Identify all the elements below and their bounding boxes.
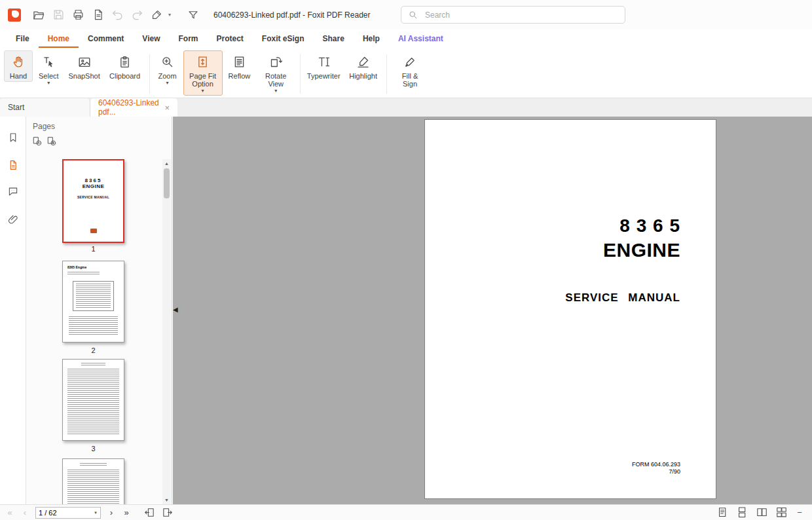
facing-view-icon[interactable] — [756, 507, 767, 519]
thumbnail-zoom-out-icon[interactable] — [31, 136, 43, 147]
thumbnail-zoom-in-icon[interactable] — [46, 136, 58, 147]
menu-share[interactable]: Share — [314, 29, 354, 48]
menu-bar: File Home Comment View Form Protect Foxi… — [0, 29, 812, 48]
pages-panel-title: Pages — [33, 122, 55, 131]
view-mode-group — [716, 507, 807, 519]
tool-fill-and-sign[interactable]: Fill & Sign — [390, 50, 430, 90]
filter-icon[interactable] — [185, 7, 202, 24]
tool-label: Page Fit Option — [188, 72, 218, 88]
chevron-down-icon — [202, 88, 204, 94]
menu-protect[interactable]: Protect — [208, 29, 253, 48]
bookmarks-panel-icon[interactable] — [5, 130, 21, 145]
previous-page-icon[interactable] — [20, 508, 29, 518]
document-icon[interactable] — [89, 7, 106, 24]
undo-icon[interactable] — [109, 7, 126, 24]
next-page-icon[interactable] — [107, 508, 116, 518]
facing-continuous-view-icon[interactable] — [775, 507, 787, 519]
next-view-icon[interactable] — [161, 507, 173, 519]
thumbnail-text-lines — [69, 316, 117, 336]
menu-view[interactable]: View — [133, 29, 169, 48]
redo-icon[interactable] — [128, 7, 145, 24]
tool-rotate-view[interactable]: Rotate View — [256, 50, 295, 96]
tool-typewriter[interactable]: Typewriter — [304, 50, 343, 82]
first-page-icon[interactable] — [5, 508, 14, 518]
zoom-out-icon[interactable] — [795, 508, 804, 517]
page-number-input[interactable] — [36, 509, 91, 517]
search-input[interactable] — [424, 10, 618, 20]
tab-document[interactable]: 60406293-Linked pdf... × — [90, 98, 177, 117]
menu-help[interactable]: Help — [354, 29, 389, 48]
page-thumbnail-4[interactable] — [62, 458, 124, 504]
single-page-view-icon[interactable] — [716, 507, 728, 519]
form-date: 7/90 — [632, 468, 680, 475]
page-thumbnail-2[interactable]: 8365 Engine — [62, 261, 124, 343]
chevron-down-icon[interactable] — [166, 12, 173, 18]
ribbon-separator — [386, 54, 387, 94]
tab-start-label: Start — [8, 103, 24, 112]
tool-snapshot[interactable]: SnapShot — [65, 50, 104, 82]
tool-page-fit-option[interactable]: Page Fit Option — [183, 50, 223, 96]
pages-panel-icon[interactable] — [5, 157, 21, 173]
tool-zoom[interactable]: Zoom — [153, 50, 182, 88]
clipboard-icon — [118, 54, 132, 70]
snapshot-icon — [77, 54, 92, 70]
tool-label: Fill & Sign — [395, 72, 425, 88]
ribbon-toolbar: Hand Select SnapShot Clipboard Z — [0, 48, 812, 98]
menu-home[interactable]: Home — [39, 29, 79, 48]
tool-label: Select — [39, 72, 59, 80]
tab-close-icon[interactable]: × — [164, 103, 170, 112]
attachments-panel-icon[interactable] — [5, 212, 21, 228]
thumbnail-page-number: 3 — [62, 445, 124, 453]
tab-document-label: 60406293-Linked pdf... — [98, 98, 164, 117]
page-thumbnail-1[interactable]: 8365 ENGINE SERVICE MANUAL — [62, 159, 124, 243]
open-file-icon[interactable] — [30, 7, 47, 24]
print-icon[interactable] — [69, 7, 86, 24]
tool-clipboard[interactable]: Clipboard — [105, 50, 145, 82]
form-number-block: FORM 604.06.293 7/90 — [632, 461, 680, 475]
document-tab-bar: Start 60406293-Linked pdf... × — [0, 98, 812, 117]
pdf-page: 8 3 6 5 ENGINE SERVICE MANUAL FORM 604.0… — [424, 119, 716, 499]
page-fit-icon — [196, 54, 210, 70]
collapse-panel-icon[interactable] — [173, 302, 181, 316]
chevron-down-icon — [274, 88, 277, 94]
tool-hand[interactable]: Hand — [4, 50, 33, 82]
thumbnails-scrollbar[interactable] — [162, 159, 171, 504]
foxit-logo-icon[interactable] — [8, 9, 21, 22]
tool-highlight[interactable]: Highlight — [344, 50, 382, 82]
save-icon[interactable] — [50, 7, 67, 24]
thumbnail-text-lines — [67, 369, 119, 435]
thumbnail-text-lines — [81, 363, 105, 365]
chevron-down-icon — [47, 80, 50, 86]
window-title: 60406293-Linked pdf.pdf - Foxit PDF Read… — [213, 10, 370, 20]
page-number-box[interactable] — [35, 507, 101, 519]
page-thumbnail-3[interactable] — [62, 359, 124, 441]
tool-label: Hand — [10, 72, 27, 80]
select-icon — [42, 54, 56, 70]
tool-reflow[interactable]: Reflow — [224, 50, 255, 82]
menu-ai-assistant[interactable]: AI Assistant — [389, 29, 452, 48]
tool-select[interactable]: Select — [34, 50, 64, 88]
tool-label: Typewriter — [307, 72, 341, 80]
scroll-down-icon[interactable] — [162, 496, 171, 504]
annotate-tool-icon[interactable] — [148, 7, 165, 24]
previous-view-icon[interactable] — [143, 507, 155, 519]
continuous-view-icon[interactable] — [736, 507, 748, 519]
search-box[interactable] — [401, 6, 625, 24]
comments-panel-icon[interactable] — [5, 183, 21, 199]
tool-label: Rotate View — [261, 72, 291, 88]
page-title-number: 8 3 6 5 — [619, 215, 680, 236]
cover-logo-mark — [90, 229, 97, 233]
thumbnail-preview: 8365 ENGINE SERVICE MANUAL — [64, 177, 123, 199]
menu-form[interactable]: Form — [170, 29, 208, 48]
tab-start[interactable]: Start — [0, 98, 90, 117]
scrollbar-thumb[interactable] — [164, 168, 170, 198]
ribbon-separator — [300, 54, 301, 94]
menu-foxit-esign[interactable]: Foxit eSign — [253, 29, 314, 48]
menu-file[interactable]: File — [7, 29, 39, 48]
last-page-icon[interactable] — [122, 508, 131, 518]
hand-icon — [12, 54, 26, 70]
chevron-down-icon[interactable] — [91, 508, 100, 518]
page-title-word: ENGINE — [603, 239, 680, 261]
scroll-up-icon[interactable] — [162, 159, 171, 168]
menu-comment[interactable]: Comment — [79, 29, 133, 48]
